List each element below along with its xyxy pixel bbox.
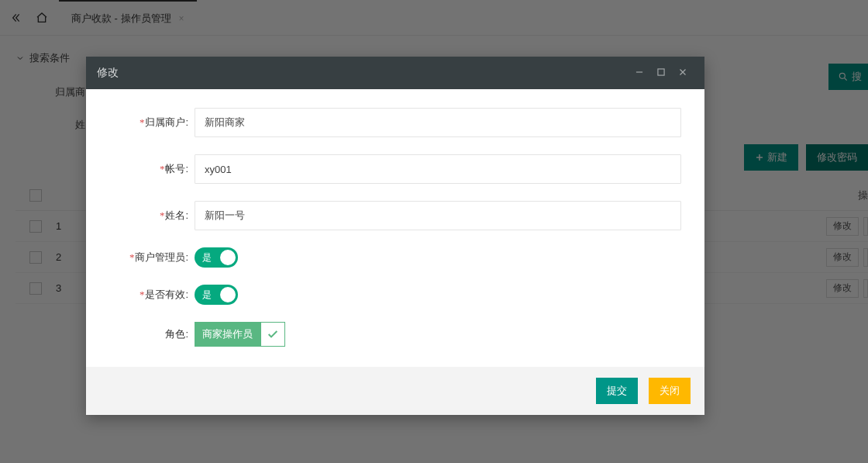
role-tag[interactable]: 商家操作员 — [195, 322, 285, 347]
switch-text: 是 — [202, 289, 212, 302]
label-merchant: 归属商户: — [145, 116, 188, 128]
is-valid-toggle[interactable]: 是 — [195, 285, 238, 305]
submit-button[interactable]: 提交 — [596, 378, 638, 404]
role-tag-check-icon — [260, 322, 285, 347]
label-name: 姓名: — [165, 209, 188, 221]
label-account: 帐号: — [165, 163, 188, 174]
label-is-admin: 商户管理员: — [135, 251, 188, 263]
modal-title: 修改 — [97, 66, 629, 80]
close-button[interactable]: 关闭 — [649, 378, 691, 404]
close-icon[interactable] — [672, 67, 694, 80]
close-label: 关闭 — [660, 384, 680, 398]
edit-modal: 修改 *归属商户: *帐号: *姓名: — [86, 57, 704, 415]
maximize-icon[interactable] — [650, 67, 672, 80]
modal-body: *归属商户: *帐号: *姓名: *商户管理员: 是 *是否有效: — [86, 89, 704, 367]
switch-knob — [220, 287, 236, 302]
name-input[interactable] — [195, 201, 681, 230]
modal-header: 修改 — [86, 57, 704, 89]
page: 商户收款 - 操作员管理 × 搜索条件 归属商 姓 搜 新建 — [0, 0, 868, 463]
form-row-is-valid: *是否有效: 是 — [109, 285, 681, 305]
svg-rect-1 — [658, 68, 664, 74]
form-row-account: *帐号: — [109, 154, 681, 184]
form-row-name: *姓名: — [109, 201, 681, 230]
switch-knob — [220, 250, 236, 265]
account-input[interactable] — [195, 154, 681, 184]
label-is-valid: 是否有效: — [145, 289, 188, 300]
form-row-role: 角色: 商家操作员 — [109, 322, 681, 347]
modal-footer: 提交 关闭 — [86, 367, 704, 415]
form-row-is-admin: *商户管理员: 是 — [109, 247, 681, 268]
merchant-input[interactable] — [195, 108, 681, 137]
form-row-merchant: *归属商户: — [109, 108, 681, 137]
switch-text: 是 — [202, 251, 212, 264]
minimize-icon[interactable] — [629, 67, 650, 80]
role-tag-label: 商家操作员 — [195, 322, 260, 347]
is-admin-toggle[interactable]: 是 — [195, 247, 238, 268]
label-role: 角色: — [165, 328, 188, 340]
submit-label: 提交 — [607, 384, 627, 398]
